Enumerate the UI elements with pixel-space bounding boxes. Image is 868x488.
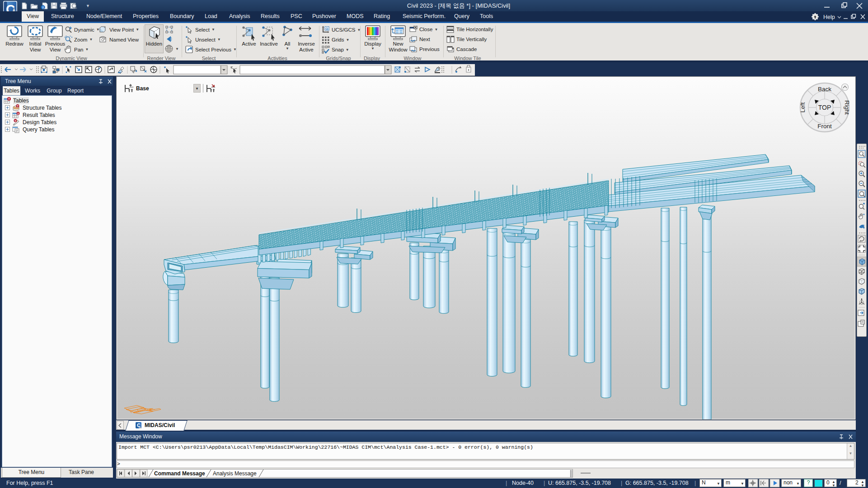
svg-text:G: G	[326, 27, 328, 31]
svg-text:Left: Left	[799, 102, 806, 112]
svg-text:TOP: TOP	[818, 104, 831, 111]
svg-text:Help: Help	[823, 14, 835, 20]
svg-text:T: T	[8, 98, 10, 101]
svg-text:T: T	[14, 120, 16, 122]
svg-text:T: T	[17, 105, 19, 107]
svg-text:Right: Right	[844, 100, 850, 115]
svg-text:Back: Back	[818, 86, 831, 93]
svg-text:T: T	[17, 112, 19, 115]
svg-text:i: i	[42, 5, 43, 9]
svg-text:Front: Front	[817, 123, 832, 130]
